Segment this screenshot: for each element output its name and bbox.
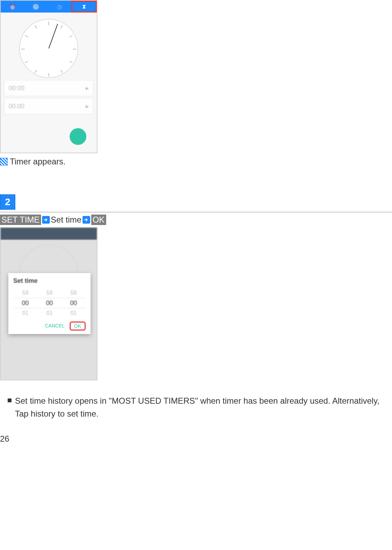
picker-s-above: 59 <box>62 288 86 298</box>
instruction-action-text: Set time <box>51 215 81 225</box>
timer-screenshot-1: ⏰ 🕐 ◷ ⧗ 00:00 ▸ 00:00 ▸ <box>0 0 97 153</box>
phone2-topbar <box>1 228 97 240</box>
instruction-ok-label: OK <box>91 215 106 225</box>
page-number: 26 <box>0 434 392 444</box>
tab-alarm-icon: ⏰ <box>1 1 24 13</box>
note-block: Set time history opens in "MOST USED TIM… <box>0 394 392 420</box>
picker-s-below: 01 <box>62 308 86 318</box>
picker-h-sel: 00 <box>13 298 37 308</box>
phone-tabbar: ⏰ 🕐 ◷ ⧗ <box>1 1 97 13</box>
timer-row-2-value: 00:00 <box>9 103 24 110</box>
result-icon <box>0 158 8 165</box>
result-text: Timer appears. <box>10 157 66 166</box>
note-text: Set time history opens in "MOST USED TIM… <box>15 394 392 420</box>
play-icon: ▸ <box>86 102 89 110</box>
instruction-set-time-label: SET TIME <box>0 215 41 225</box>
dialog-title: Set time <box>13 277 86 285</box>
timer-row-1: 00:00 ▸ <box>4 80 93 96</box>
time-picker: 59 00 01 59 00 01 59 00 01 <box>13 288 86 318</box>
tab-timer-icon: ⧗ <box>71 1 97 13</box>
play-icon: ▸ <box>86 84 89 92</box>
divider <box>0 212 392 212</box>
step-number: 2 <box>5 196 10 208</box>
arrow-right-icon <box>83 216 90 224</box>
picker-h-above: 59 <box>13 288 37 298</box>
step-badge: 2 <box>0 194 15 210</box>
tab-worldclock-icon: 🕐 <box>24 1 48 13</box>
bullet-marker-icon <box>8 398 11 402</box>
picker-s-sel: 00 <box>62 298 86 308</box>
result-line: Timer appears. <box>0 157 392 166</box>
picker-h-below: 01 <box>13 308 37 318</box>
dialog-cancel-button: CANCEL <box>43 322 67 331</box>
picker-m-above: 59 <box>37 288 61 298</box>
timer-screenshot-2: Set time 59 00 01 59 00 01 59 00 01 <box>0 227 97 380</box>
fab-add-icon <box>70 128 86 145</box>
tab-stopwatch-icon: ◷ <box>48 1 71 13</box>
picker-m-sel: 00 <box>37 298 61 308</box>
clock-face-icon <box>19 19 78 78</box>
dialog-ok-button: OK <box>70 322 86 331</box>
timer-row-2: 00:00 ▸ <box>4 98 93 114</box>
instruction-line: SET TIME Set time OK <box>0 215 392 225</box>
set-time-dialog: Set time 59 00 01 59 00 01 59 00 01 <box>8 273 91 334</box>
timer-row-1-value: 00:00 <box>9 85 24 92</box>
picker-m-below: 01 <box>37 308 61 318</box>
arrow-right-icon <box>42 216 50 224</box>
